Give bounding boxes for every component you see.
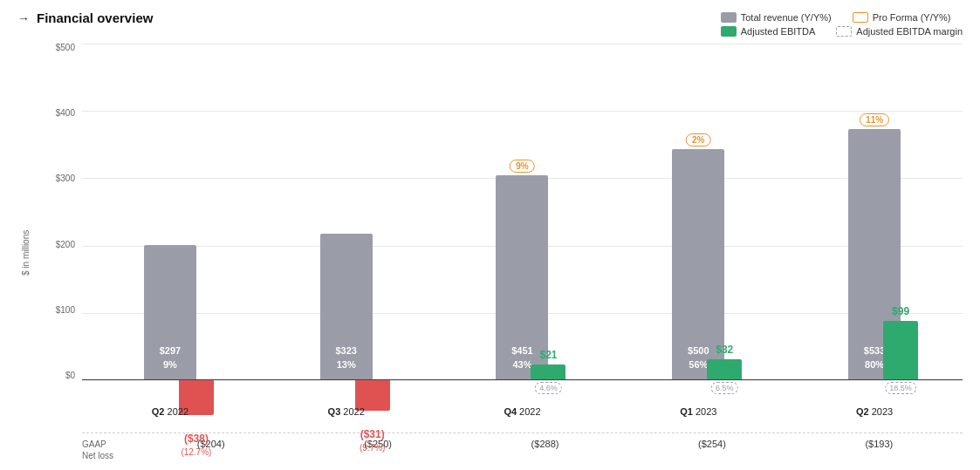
ebitda-bar-Q4-2022: $214.6% [531, 364, 565, 380]
margin-badge-Q1-2023: 6.5% [711, 382, 738, 394]
quarter-label-Q3-2022: Q3 2022 [328, 406, 365, 417]
ebitda-bar-label-Q2-2022: ($38) [184, 433, 209, 445]
revenue-bar-label-Q1-2023: $50056% [688, 344, 709, 371]
y-tick-0: $0 [38, 371, 75, 380]
orange-swatch [853, 12, 868, 23]
ebitda-bar-label-Q2-2023: $99 [892, 305, 909, 317]
legend-pro-forma: Pro Forma (Y/Y%) [853, 12, 951, 23]
legend-ebitda: Adjusted EBITDA [721, 26, 816, 37]
revenue-bar-Q3-2022: $32313% [320, 234, 373, 380]
dashed-swatch [836, 26, 852, 37]
y-tick-100: $100 [38, 306, 75, 315]
margin-badge-Q4-2022: 4.6% [535, 382, 562, 394]
ebitda-bar-Q2-2023: $9918.5% [883, 321, 918, 380]
revenue-bar-label-Q3-2022: $32313% [335, 344, 356, 371]
net-loss-section: GAAP Net loss ($204)($250)($288)($254)($… [82, 433, 963, 461]
pro-forma-badge-Q2-2023: 11% [860, 113, 889, 126]
ebitda-bar-label-Q3-2022: ($31) [360, 428, 385, 440]
revenue-bar-label-Q4-2022: $45143% [511, 344, 532, 371]
bars-section: $2979%($38)(12.7%)Q2 2022$32313%($31)(9.… [82, 44, 963, 433]
zero-line-global [82, 379, 963, 381]
chart-area: $ in millions $500 $400 $300 $200 $100 $… [17, 44, 963, 461]
net-loss-values: ($204)($250)($288)($254)($193) [127, 439, 963, 461]
quarter-label-Q1-2023: Q1 2023 [680, 406, 716, 417]
y-tick-400: $400 [38, 109, 75, 118]
revenue-bar-Q2-2022: $2979% [144, 245, 196, 380]
chart-inner: $500 $400 $300 $200 $100 $0 $2979%($38)(… [31, 44, 963, 461]
title-area: → Financial overview [17, 10, 153, 25]
ebitda-bar-label-Q4-2022: $21 [539, 349, 557, 361]
quarter-group: $45143%9%$214.6%Q4 2022 [435, 44, 611, 433]
legend-row-2: Adjusted EBITDA Adjusted EBITDA margin [721, 26, 963, 37]
margin-badge-Q2-2023: 18.5% [885, 382, 916, 394]
ebitda-sublabel-Q2-2022: (12.7%) [181, 447, 211, 457]
revenue-bar-label-Q2-2023: $53380% [864, 344, 885, 371]
legend-ebitda-label: Adjusted EBITDA [741, 26, 816, 37]
chart-legend: Total revenue (Y/Y%) Pro Forma (Y/Y%) Ad… [721, 12, 963, 37]
legend-total-revenue-label: Total revenue (Y/Y%) [741, 12, 832, 23]
chart-header: → Financial overview Total revenue (Y/Y%… [17, 10, 963, 37]
y-tick-300: $300 [38, 174, 75, 183]
y-tick-500: $500 [38, 44, 75, 52]
quarter-group: $2979%($38)(12.7%)Q2 2022 [82, 44, 258, 433]
y-ticks: $500 $400 $300 $200 $100 $0 [38, 44, 75, 380]
legend-pro-forma-label: Pro Forma (Y/Y%) [873, 12, 951, 23]
pro-forma-badge-Q4-2022: 9% [510, 160, 534, 173]
legend-row-1: Total revenue (Y/Y%) Pro Forma (Y/Y%) [721, 12, 963, 23]
revenue-bar-label-Q2-2022: $2979% [160, 344, 181, 371]
quarter-label-Q2-2022: Q2 2022 [152, 406, 188, 417]
green-swatch [721, 26, 737, 37]
legend-total-revenue: Total revenue (Y/Y%) [721, 12, 832, 23]
legend-ebitda-margin-label: Adjusted EBITDA margin [856, 26, 963, 37]
gray-swatch [721, 12, 737, 23]
quarter-label-Q4-2022: Q4 2022 [504, 406, 540, 417]
ebitda-sublabel-Q3-2022: (9.7%) [360, 443, 385, 453]
net-loss-val-Q2-2023: ($193) [796, 439, 963, 461]
quarter-group: $50056%2%$326.5%Q1 2023 [610, 44, 786, 433]
legend-ebitda-margin: Adjusted EBITDA margin [836, 26, 963, 37]
financial-overview-container: → Financial overview Total revenue (Y/Y%… [0, 0, 980, 470]
net-loss-val-Q4-2022: ($288) [462, 439, 628, 461]
grid-and-bars: $500 $400 $300 $200 $100 $0 $2979%($38)(… [38, 44, 963, 433]
net-loss-val-Q1-2023: ($254) [628, 439, 795, 461]
ebitda-bar-Q1-2023: $326.5% [707, 359, 742, 380]
quarter-group: $53380%11%$9918.5%Q2 2023 [786, 44, 963, 433]
net-loss-label: GAAP Net loss [82, 439, 127, 461]
y-axis-label: $ in millions [17, 44, 31, 461]
ebitda-bar-label-Q1-2023: $32 [716, 344, 733, 356]
page-title: Financial overview [37, 10, 153, 25]
pro-forma-badge-Q1-2023: 2% [686, 133, 710, 146]
quarter-group: $32313%($31)(9.7%)Q3 2022 [258, 44, 435, 433]
arrow-icon[interactable]: → [17, 11, 30, 25]
y-tick-200: $200 [38, 241, 75, 249]
quarter-label-Q2-2023: Q2 2023 [856, 406, 893, 417]
